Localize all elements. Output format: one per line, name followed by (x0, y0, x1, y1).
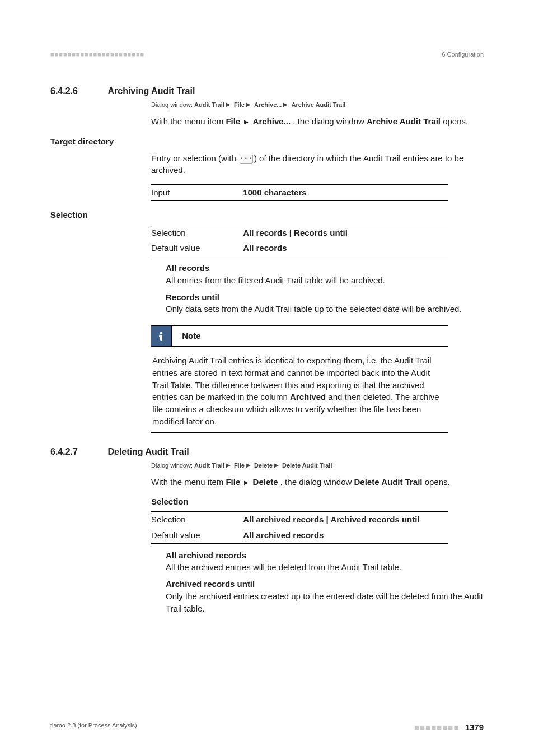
chevron-right-icon: ▶ (274, 461, 279, 470)
option-block: All archived records All the archived en… (166, 549, 484, 615)
table-row: Selection All records | Records until (151, 225, 448, 241)
dialog-part: Audit Trail (194, 101, 224, 108)
dialog-part: Archive... (254, 101, 282, 108)
browse-icon: • • • (240, 155, 253, 164)
footer-decoration: ■■■■■■■■ (414, 722, 459, 732)
note-box: Note Archiving Audit Trail entries is id… (151, 325, 448, 433)
target-dir-text: Entry or selection (with • • •) of the d… (151, 152, 484, 177)
selection-table: Selection All archived records | Archive… (151, 511, 448, 544)
chapter-label: 6 Configuration (442, 50, 484, 59)
dialog-part: Delete Audit Trail (282, 462, 332, 469)
subheading-target-directory: Target directory (50, 136, 484, 148)
page-number: 1379 (465, 722, 484, 732)
section-title: Archiving Audit Trail (107, 85, 195, 97)
option-archived-records-until: Archived records until (166, 578, 484, 590)
intro-paragraph: With the menu item File ▶ Archive... , t… (151, 115, 484, 128)
option-text: Only the archived entries created up to … (166, 590, 484, 615)
chevron-right-icon: ▶ (244, 479, 249, 487)
text: Entry or selection (with (151, 153, 238, 163)
section-heading-6426: 6.4.2.6 Archiving Audit Trail (50, 85, 484, 97)
option-block: All records All entries from the filtere… (166, 262, 484, 315)
text: With the menu item (151, 116, 226, 126)
dialog-prefix: Dialog window: (151, 462, 194, 469)
option-records-until: Records until (166, 291, 484, 304)
page-footer: tiamo 2.3 (for Process Analysis) ■■■■■■■… (50, 721, 484, 734)
chevron-right-icon: ▶ (226, 101, 231, 109)
chevron-right-icon: ▶ (283, 101, 288, 109)
menu-archive: Archive... (253, 116, 291, 126)
text: , the dialog window (293, 116, 367, 126)
dialog-prefix: Dialog window: (151, 101, 194, 108)
svg-point-0 (160, 332, 163, 335)
selection-table: Selection All records | Records until De… (151, 225, 448, 257)
chevron-right-icon: ▶ (246, 101, 251, 109)
row-key: Input (151, 186, 241, 199)
header-decoration: ■■■■■■■■■■■■■■■■■■■■■■ (50, 51, 144, 58)
section-heading-6427: 6.4.2.7 Deleting Audit Trail (50, 445, 484, 458)
note-header: Note (151, 325, 448, 347)
table-row: Default value All records (151, 240, 448, 256)
table-row: Input 1000 characters (151, 185, 448, 200)
row-key: Default value (151, 529, 241, 542)
dialog-name: Delete Audit Trail (354, 477, 423, 487)
row-key: Default value (151, 242, 241, 254)
dialog-part: Archive Audit Trail (292, 101, 346, 108)
chevron-right-icon: ▶ (246, 461, 251, 470)
option-text: All entries from the filtered Audit Trai… (166, 274, 484, 287)
row-value: All archived records | Archived records … (243, 514, 419, 526)
archived-column-label: Archived (290, 392, 326, 402)
dialog-part: Delete (254, 462, 273, 469)
intro-paragraph: With the menu item File ▶ Delete , the d… (151, 476, 484, 488)
dialog-path: Dialog window: Audit Trail▶ File▶ Archiv… (151, 101, 484, 110)
option-all-records: All records (166, 262, 484, 274)
text: With the menu item (151, 477, 226, 487)
subheading-selection: Selection (50, 209, 484, 221)
option-all-archived-records: All archived records (166, 549, 484, 562)
section-title: Deleting Audit Trail (107, 445, 189, 458)
chevron-right-icon: ▶ (226, 461, 231, 470)
dialog-path: Dialog window: Audit Trail▶ File▶ Delete… (151, 461, 484, 470)
table-row: Default value All archived records (151, 528, 448, 543)
text: opens. (443, 116, 468, 126)
menu-file: File (226, 477, 240, 487)
row-value: All records | Records until (243, 227, 348, 239)
info-icon (151, 326, 172, 346)
row-value: 1000 characters (243, 186, 306, 199)
subheading-selection: Selection (151, 496, 484, 508)
dialog-name: Archive Audit Trail (367, 116, 441, 126)
svg-rect-2 (159, 335, 162, 337)
table-row: Selection All archived records | Archive… (151, 512, 448, 528)
dialog-part: File (234, 101, 245, 108)
row-key: Selection (151, 514, 241, 526)
row-key: Selection (151, 227, 241, 239)
row-value: All records (243, 242, 287, 254)
note-label: Note (182, 330, 200, 342)
option-text: All the archived entries will be deleted… (166, 561, 484, 573)
menu-file: File (226, 116, 240, 126)
menu-delete: Delete (253, 477, 278, 487)
text: , the dialog window (280, 477, 354, 487)
dialog-part: File (234, 462, 245, 469)
dialog-part: Audit Trail (194, 462, 224, 469)
row-value: All archived records (243, 529, 324, 542)
input-limits-table: Input 1000 characters (151, 184, 448, 201)
text: opens. (425, 477, 450, 487)
section-number: 6.4.2.7 (50, 445, 105, 458)
chevron-right-icon: ▶ (244, 118, 249, 127)
note-body: Archiving Audit Trail entries is identic… (151, 347, 448, 433)
section-number: 6.4.2.6 (50, 85, 105, 97)
page-header: ■■■■■■■■■■■■■■■■■■■■■■ 6 Configuration (50, 50, 484, 59)
footer-product: tiamo 2.3 (for Process Analysis) (50, 722, 137, 729)
option-text: Only data sets from the Audit Trail tabl… (166, 303, 484, 315)
